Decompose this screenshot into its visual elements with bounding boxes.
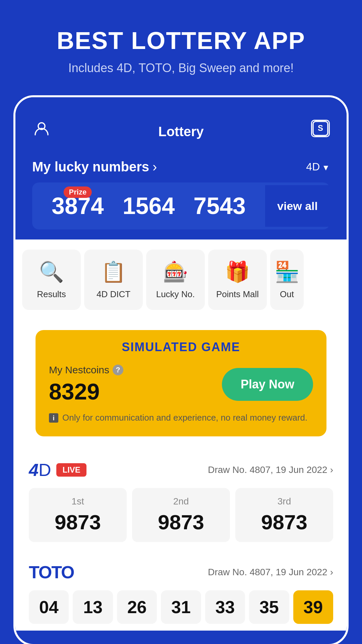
- lucky-no-icon: 🎰: [163, 260, 188, 284]
- out-label: Out: [280, 289, 294, 300]
- lottery-type-chevron: [322, 161, 330, 173]
- prize-number-2: 9873: [139, 510, 223, 534]
- nestcoins-section: My Nestcoins ? 8329: [49, 364, 123, 405]
- sim-game-body: My Nestcoins ? 8329 Play Now: [49, 364, 313, 405]
- wallet-icon[interactable]: S: [311, 120, 330, 137]
- menu-item-lucky-no[interactable]: 🎰 Lucky No.: [146, 250, 205, 310]
- menu-item-points-mall[interactable]: 🎁 Points Mall: [208, 250, 267, 310]
- 4d-results-header: 4D LIVE Draw No. 4807, 19 Jun 2022 ›: [29, 460, 333, 480]
- prize-cards: 1st 9873 2nd 9873 3rd 9873: [29, 488, 333, 542]
- toto-bonus-num: 39: [293, 590, 333, 624]
- draw-info-chevron: ›: [330, 465, 333, 475]
- toto-num-2: 13: [73, 590, 113, 624]
- lucky-header: My lucky numbers 4D: [32, 159, 330, 174]
- top-header: BEST LOTTERY APP Includes 4D, TOTO, Big …: [0, 0, 362, 89]
- toto-num-4: 31: [161, 590, 201, 624]
- sim-game-notice: i Only for communication and experience,…: [49, 413, 313, 423]
- menu-item-results[interactable]: 🔍 Results: [22, 250, 81, 310]
- 4d-dict-icon: 📋: [101, 260, 126, 284]
- toto-draw-info: Draw No. 4807, 19 Jun 2022 ›: [208, 567, 333, 578]
- svg-text:S: S: [318, 123, 323, 132]
- quick-menu: 🔍 Results 📋 4D DICT 🎰 Lucky No. 🎁 Points…: [15, 239, 347, 320]
- user-icon[interactable]: [32, 119, 51, 138]
- navbar-title: Lottery: [141, 111, 221, 146]
- prize-rank-3: 3rd: [242, 496, 326, 507]
- prize-number-3: 9873: [242, 510, 326, 534]
- numbers-main: Prize 3874 1564 7543: [32, 182, 265, 229]
- live-badge: LIVE: [56, 463, 86, 477]
- toto-num-1: 04: [29, 590, 69, 624]
- lucky-number-1: Prize 3874: [52, 193, 104, 219]
- nestcoins-label: My Nestcoins ?: [49, 364, 123, 376]
- lucky-title[interactable]: My lucky numbers: [32, 159, 157, 174]
- toto-results-section: TOTO Draw No. 4807, 19 Jun 2022 › 04 13 …: [15, 559, 347, 631]
- points-mall-icon: 🎁: [225, 260, 250, 284]
- nestcoins-amount: 8329: [49, 378, 123, 405]
- lucky-number-2: 1564: [123, 193, 175, 219]
- lucky-title-arrow: [153, 159, 157, 174]
- sim-game-card: SIMULATED GAME My Nestcoins ? 8329 Play …: [36, 330, 326, 436]
- 4d-results-section: 4D LIVE Draw No. 4807, 19 Jun 2022 › 1st…: [15, 450, 347, 559]
- 4d-brand: 4D: [29, 460, 51, 480]
- prize-card-1st: 1st 9873: [29, 488, 127, 542]
- lucky-section: My lucky numbers 4D Prize 3874 1564 7543: [15, 153, 347, 239]
- toto-num-5: 33: [205, 590, 245, 624]
- toto-results-header: TOTO Draw No. 4807, 19 Jun 2022 ›: [29, 562, 333, 582]
- lucky-number-3: 7543: [193, 193, 246, 219]
- app-card: Lottery S My lucky numbers 4D Prize: [13, 95, 349, 644]
- results-icon: 🔍: [39, 260, 64, 284]
- toto-numbers: 04 13 26 31 33 35 39: [29, 590, 333, 624]
- points-mall-label: Points Mall: [216, 289, 259, 300]
- prize-number-1: 9873: [36, 510, 120, 534]
- lottery-type-selector[interactable]: 4D: [306, 161, 330, 173]
- toto-brand: TOTO: [29, 562, 74, 582]
- numbers-container: Prize 3874 1564 7543 view all: [32, 182, 330, 229]
- 4d-draw-info: Draw No. 4807, 19 Jun 2022 ›: [208, 465, 333, 475]
- sim-game-title: SIMULATED GAME: [49, 340, 313, 354]
- play-now-button[interactable]: Play Now: [222, 368, 313, 401]
- prize-rank-1: 1st: [36, 496, 120, 507]
- menu-item-4d-dict[interactable]: 📋 4D DICT: [84, 250, 143, 310]
- toto-num-6: 35: [249, 590, 289, 624]
- 4d-dict-label: 4D DICT: [97, 289, 130, 300]
- info-icon: i: [49, 413, 58, 423]
- toto-draw-info-chevron: ›: [330, 567, 333, 578]
- main-title: BEST LOTTERY APP: [20, 27, 342, 54]
- prize-badge: Prize: [64, 186, 92, 198]
- menu-item-out[interactable]: 🏪 Out: [270, 250, 304, 310]
- main-subtitle: Includes 4D, TOTO, Big Sweep and more!: [20, 61, 342, 75]
- help-icon: ?: [113, 365, 123, 375]
- out-icon: 🏪: [275, 260, 300, 284]
- app-navbar: Lottery S: [15, 97, 347, 153]
- view-all-button[interactable]: view all: [265, 185, 330, 227]
- results-label: Results: [37, 289, 66, 300]
- prize-card-3rd: 3rd 9873: [235, 488, 333, 542]
- toto-num-3: 26: [117, 590, 157, 624]
- prize-rank-2: 2nd: [139, 496, 223, 507]
- lucky-no-label: Lucky No.: [156, 289, 195, 300]
- prize-card-2nd: 2nd 9873: [132, 488, 230, 542]
